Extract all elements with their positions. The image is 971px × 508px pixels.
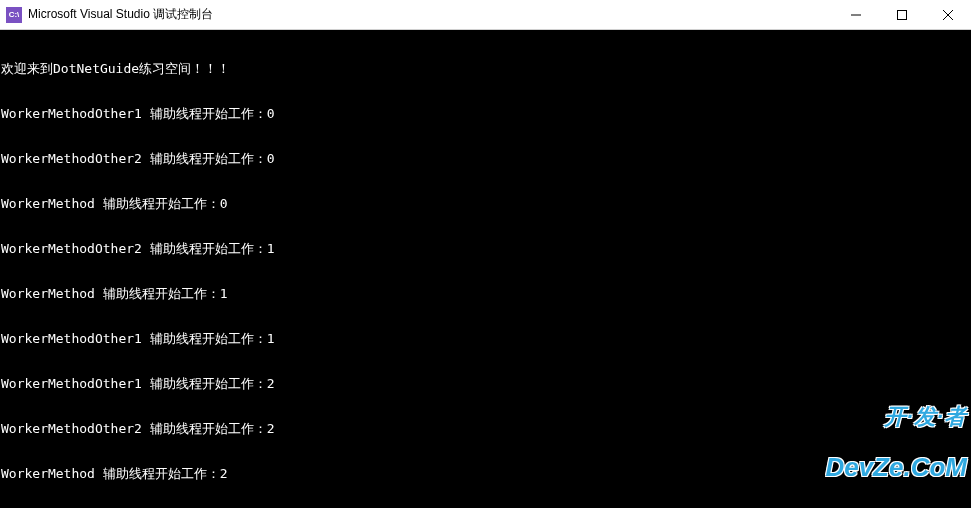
close-icon — [943, 10, 953, 20]
console-line: WorkerMethodOther2 辅助线程开始工作：1 — [1, 241, 971, 256]
console-line: WorkerMethod 辅助线程开始工作：1 — [1, 286, 971, 301]
console-line: WorkerMethodOther2 辅助线程开始工作：0 — [1, 151, 971, 166]
console-line: WorkerMethodOther1 辅助线程开始工作：1 — [1, 331, 971, 346]
console-line: WorkerMethodOther1 辅助线程开始工作：2 — [1, 376, 971, 391]
console-line: 欢迎来到DotNetGuide练习空间！！！ — [1, 61, 971, 76]
watermark: 开·发·者 DevZe.CoM — [825, 380, 967, 506]
console-line: WorkerMethodOther2 辅助线程开始工作：2 — [1, 421, 971, 436]
app-icon: C:\ — [6, 7, 22, 23]
close-button[interactable] — [925, 0, 971, 29]
console-line: WorkerMethod 辅助线程开始工作：2 — [1, 466, 971, 481]
console-line: WorkerMethod 辅助线程开始工作：0 — [1, 196, 971, 211]
maximize-button[interactable] — [879, 0, 925, 29]
minimize-icon — [851, 10, 861, 20]
maximize-icon — [897, 10, 907, 20]
console-line: WorkerMethodOther1 辅助线程开始工作：0 — [1, 106, 971, 121]
minimize-button[interactable] — [833, 0, 879, 29]
svg-rect-1 — [898, 10, 907, 19]
console-output[interactable]: 欢迎来到DotNetGuide练习空间！！！ WorkerMethodOther… — [0, 30, 971, 508]
titlebar: C:\ Microsoft Visual Studio 调试控制台 — [0, 0, 971, 30]
window-title: Microsoft Visual Studio 调试控制台 — [28, 6, 213, 23]
window-controls — [833, 0, 971, 29]
